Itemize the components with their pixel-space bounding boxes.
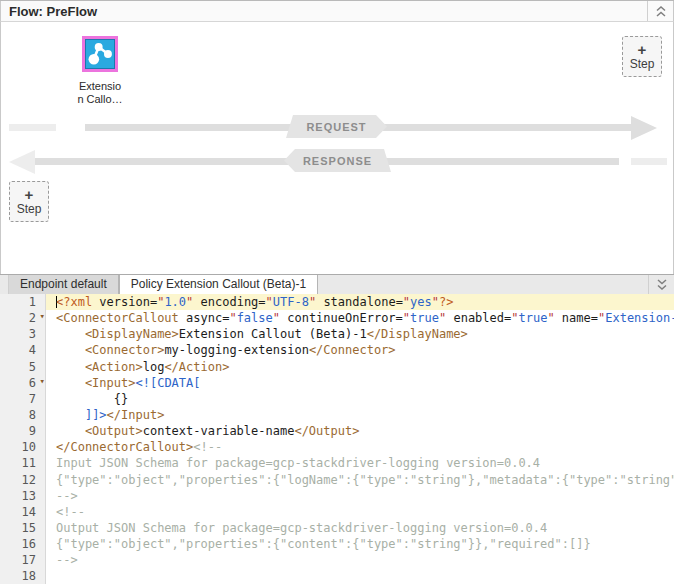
request-arrowhead-icon [631,116,657,140]
line-number: 11 [22,456,36,470]
code-line-content: --> [46,552,674,568]
policy-label-line2: n Callo… [77,93,122,105]
line-number: 10 [22,440,36,454]
flow-title: Flow: PreFlow [9,4,97,19]
policy-node-extension-callout[interactable]: Extensio n Callo… [68,36,132,106]
editor-tab-bar: Endpoint defaultPolicy Extension Callout… [0,274,674,294]
line-number: 5 [29,360,36,374]
code-line-content: <DisplayName>Extension Callout (Beta)-1<… [46,326,674,342]
code-line-content: ]]></Input> [46,407,674,423]
line-number: 15 [22,521,36,535]
code-line-content: <ConnectorCallout async="false" continue… [46,310,674,326]
code-line-content: <?xml version="1.0" encoding="UTF-8" sta… [46,294,674,310]
code-line-content: Input JSON Schema for package=gcp-stackd… [46,455,674,471]
code-line: 12{"type":"object","properties":{"logNam… [0,472,674,488]
gutter-cell: 12 [0,472,46,488]
plus-icon: + [638,42,647,57]
request-bar-stub [9,124,56,131]
flow-title-bar: Flow: PreFlow [0,1,674,22]
line-number: 16 [22,537,36,551]
response-badge: RESPONSE [284,149,391,172]
double-chevron-down-icon [656,278,668,291]
fold-toggle-icon[interactable]: ▾ [40,311,45,321]
policy-label: Extensio n Callo… [68,80,132,106]
code-line: 18 [0,568,674,584]
code-line-content: {"type":"object","properties":{"content"… [46,536,674,552]
code-line: 5 <Action>log</Action> [0,359,674,375]
code-line-content: </ConnectorCallout><!-- [46,439,674,455]
plus-icon: + [25,187,34,202]
code-line: 13--> [0,488,674,504]
code-line-content [46,568,674,584]
code-line: 7 {} [0,391,674,407]
policy-label-line1: Extensio [79,80,121,92]
line-number: 3 [29,327,36,341]
code-line: 8 ]]></Input> [0,407,674,423]
code-line-content: {} [46,391,674,407]
code-line: 9 <Output>context-variable-name</Output> [0,423,674,439]
gutter-cell: 14 [0,504,46,520]
gutter-cell: 13 [0,488,46,504]
code-line-content: <Output>context-variable-name</Output> [46,423,674,439]
gutter-cell: 4 [0,342,46,358]
code-line-content: <Action>log</Action> [46,359,674,375]
step-label: Step [630,57,655,71]
code-line-content: {"type":"object","properties":{"logName"… [46,472,674,488]
code-line: 15Output JSON Schema for package=gcp-sta… [0,520,674,536]
line-number: 4 [29,343,36,357]
code-line: 17--> [0,552,674,568]
gutter-cell: 6▾ [0,375,46,391]
code-line-content: <Connector>my-logging-extension</Connect… [46,342,674,358]
fold-toggle-icon[interactable]: ▾ [40,376,45,386]
extension-callout-policy-icon [82,36,118,72]
title-bar-actions [647,1,673,21]
code-line-content: <Input><![CDATA[ [46,375,674,391]
gutter-cell: 18 [0,568,46,584]
code-line: 2▾<ConnectorCallout async="false" contin… [0,310,674,326]
code-line: 14<!-- [0,504,674,520]
code-line: 6▾ <Input><![CDATA[ [0,375,674,391]
gutter-cell: 10 [0,439,46,455]
code-line: 4 <Connector>my-logging-extension</Conne… [0,342,674,358]
code-line-content: --> [46,488,674,504]
line-number: 6 [29,376,36,390]
line-number: 1 [29,295,36,309]
gutter-cell: 9 [0,423,46,439]
step-label: Step [17,202,42,216]
tab-endpoint-default[interactable]: Endpoint default [8,275,119,294]
line-number: 17 [22,553,36,567]
code-editor[interactable]: 1<?xml version="1.0" encoding="UTF-8" st… [0,294,674,584]
line-number: 8 [29,408,36,422]
line-number: 14 [22,505,36,519]
code-line: 1<?xml version="1.0" encoding="UTF-8" st… [0,294,674,310]
line-number: 18 [22,569,36,583]
add-step-button-request[interactable]: + Step [622,36,662,77]
gutter-cell: 17 [0,552,46,568]
editor-tabs: Endpoint defaultPolicy Extension Callout… [0,275,318,294]
line-number: 13 [22,489,36,503]
add-step-button-response[interactable]: + Step [9,181,49,222]
tab-policy-extension-callout[interactable]: Policy Extension Callout (Beta)-1 [119,275,318,294]
flow-canvas: Extensio n Callo… + Step REQUEST RESPONS… [0,22,674,274]
code-line: 3 <DisplayName>Extension Callout (Beta)-… [0,326,674,342]
share-nodes-icon [85,39,115,69]
gutter-cell: 11 [0,455,46,471]
line-number: 12 [22,473,36,487]
gutter-cell: 3 [0,326,46,342]
gutter-cell: 2▾ [0,310,46,326]
code-line-content: Output JSON Schema for package=gcp-stack… [46,520,674,536]
gutter-cell: 15 [0,520,46,536]
gutter-cell: 5 [0,359,46,375]
line-number: 9 [29,424,36,438]
response-arrowhead-icon [9,150,35,174]
expand-panel-button[interactable] [649,275,674,294]
tab-bar-actions [648,275,674,294]
response-bar-stub [631,158,667,165]
double-chevron-up-icon [655,5,667,18]
gutter-cell: 1 [0,294,46,310]
gutter-cell: 7 [0,391,46,407]
request-badge: REQUEST [286,115,387,138]
collapse-panel-button[interactable] [648,1,673,21]
gutter-cell: 16 [0,536,46,552]
apigee-flow-editor: Flow: PreFlow [0,0,674,584]
